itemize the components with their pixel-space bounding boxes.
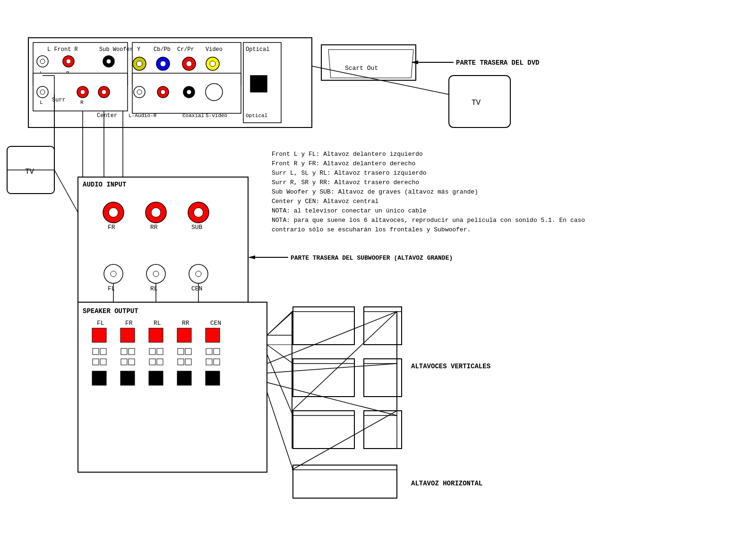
svg-rect-77 <box>178 359 184 365</box>
svg-point-52 <box>196 271 201 277</box>
svg-rect-82 <box>120 371 135 385</box>
sp-rr-label: RR <box>182 320 189 327</box>
note-7: NOTA: al televisor conectar un único cab… <box>272 207 427 214</box>
subwoofer-back-label: PARTE TRASERA DEL SUBWOOFER (ALTAVOZ GRA… <box>291 254 453 262</box>
svg-line-106 <box>267 392 293 470</box>
svg-point-31 <box>206 84 223 101</box>
svg-point-26 <box>137 90 142 94</box>
svg-marker-54 <box>248 255 255 259</box>
coaxial-label: Coaxial <box>182 113 204 119</box>
svg-rect-68 <box>185 348 191 355</box>
svg-point-10 <box>40 90 45 94</box>
svg-rect-57 <box>120 328 135 342</box>
svg-point-14 <box>102 90 106 94</box>
sub-top-label: SUB <box>191 224 203 231</box>
note-3: Surr L, SL y RL: Altavoz trasero izquier… <box>272 170 427 177</box>
video-label: Video <box>206 46 223 53</box>
svg-rect-66 <box>157 348 163 355</box>
note-4: Surr R, SR y RR: Altavoz trasero derecho <box>272 179 419 186</box>
svg-rect-64 <box>129 348 135 355</box>
svg-rect-80 <box>214 359 220 365</box>
dvd-back-label: PARTE TRASERA DEL DVD <box>456 59 539 67</box>
svg-rect-90 <box>293 411 354 449</box>
sub-woofer-label: Sub Woofer <box>99 46 133 53</box>
svg-rect-40 <box>78 177 248 323</box>
svg-rect-78 <box>185 359 191 365</box>
svg-rect-79 <box>206 359 212 365</box>
svg-rect-69 <box>206 348 212 355</box>
l-audio-r-label: L-Audio-R <box>129 113 157 119</box>
svg-rect-84 <box>177 371 191 385</box>
svg-rect-76 <box>157 359 163 365</box>
tv-left-label: TV <box>25 168 34 176</box>
sp-fr-label: FR <box>125 320 133 327</box>
svg-point-28 <box>161 90 165 94</box>
svg-rect-88 <box>293 359 354 397</box>
svg-rect-60 <box>206 328 220 342</box>
svg-point-17 <box>137 61 142 67</box>
front-label: L Front R <box>47 46 78 53</box>
svg-line-119 <box>54 170 78 212</box>
svg-rect-75 <box>149 359 155 365</box>
note-1: Front L y FL: Altavoz delantero izquierd… <box>272 151 423 158</box>
svg-point-23 <box>210 61 215 67</box>
fr-top-label: FR <box>108 224 115 231</box>
r-surr-label: R <box>80 100 84 105</box>
cr-pr-label: Cr/Pr <box>177 46 194 53</box>
svg-rect-70 <box>214 348 220 355</box>
svg-rect-71 <box>93 359 99 365</box>
svg-point-21 <box>186 61 192 67</box>
svg-marker-35 <box>328 50 413 78</box>
altavoz-horizontal-label: ALTAVOZ HORIZONTAL <box>411 480 482 487</box>
svg-line-102 <box>267 354 293 415</box>
svg-point-7 <box>106 59 111 64</box>
svg-point-46 <box>194 208 203 217</box>
cb-pb-label: Cb/Pb <box>154 46 171 53</box>
svg-point-48 <box>111 271 116 277</box>
sp-rl-label: RL <box>154 320 161 327</box>
note-5: Sub Woofer y SUB: Altavoz de graves (alt… <box>272 188 478 195</box>
svg-rect-85 <box>206 371 220 385</box>
svg-point-30 <box>187 90 191 94</box>
svg-point-50 <box>153 271 159 277</box>
altavoces-verticales-label: ALTAVOCES VERTICALES <box>411 363 490 370</box>
svg-rect-81 <box>92 371 106 385</box>
svg-point-5 <box>66 59 71 64</box>
svg-rect-63 <box>121 348 127 355</box>
speaker-output-label: SPEAKER OUTPUT <box>83 307 138 315</box>
svg-rect-61 <box>93 348 99 355</box>
s-video-label: S-video <box>206 113 227 119</box>
svg-rect-56 <box>92 328 106 342</box>
svg-point-3 <box>40 59 45 64</box>
svg-rect-91 <box>364 411 402 449</box>
sp-fl-label: FL <box>97 320 104 327</box>
svg-point-12 <box>80 90 85 94</box>
optical-text: Optical <box>246 113 267 119</box>
svg-rect-62 <box>100 348 106 355</box>
cen-audio-label: CEN <box>191 285 202 292</box>
fl-bottom-label: FL <box>108 285 115 292</box>
optical-label: Optical <box>246 46 269 53</box>
svg-point-44 <box>151 208 161 217</box>
svg-rect-67 <box>178 348 184 355</box>
note-8: NOTA: para que suene los 6 altavoces, re… <box>272 217 585 224</box>
rl-bottom-label: RL <box>150 285 158 292</box>
svg-rect-86 <box>293 307 354 345</box>
l-surr-label: L <box>40 100 43 105</box>
y-label: Y <box>137 46 140 53</box>
note-6: Center y CEN: Altavoz central <box>272 198 378 205</box>
svg-rect-55 <box>78 302 267 472</box>
svg-rect-58 <box>149 328 163 342</box>
center-label-dvd: Center <box>97 112 117 119</box>
svg-line-101 <box>267 345 293 364</box>
svg-point-42 <box>109 208 118 217</box>
svg-rect-73 <box>121 359 127 365</box>
svg-rect-83 <box>149 371 163 385</box>
diagram-container: L Front R L R Sub Woofer L Surr R Center… <box>0 0 756 534</box>
audio-input-label: AUDIO INPUT <box>83 181 126 188</box>
svg-rect-59 <box>177 328 191 342</box>
rr-top-label: RR <box>150 224 158 231</box>
svg-rect-74 <box>129 359 135 365</box>
note-9: contrario sólo se escuharán los frontale… <box>272 226 471 233</box>
scart-out-label: Scart Out <box>345 65 378 72</box>
